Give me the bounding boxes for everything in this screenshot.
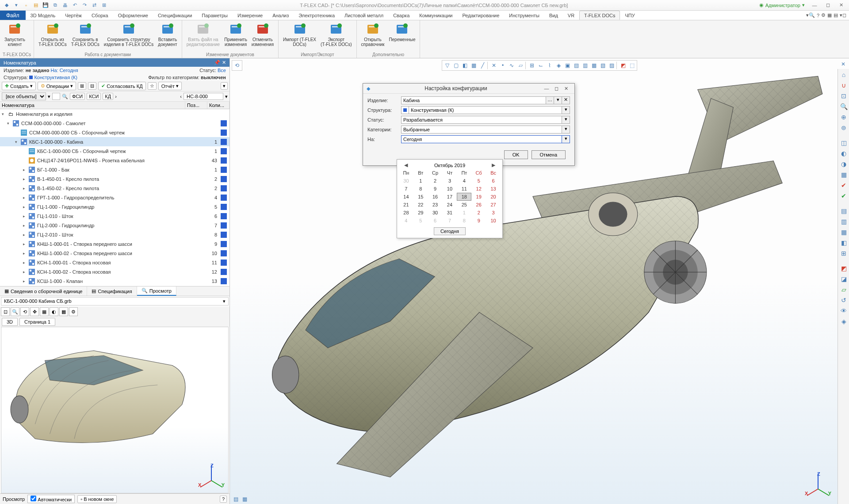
- rt-magnet-icon[interactable]: ∪: [839, 80, 849, 90]
- cal-day[interactable]: 26: [471, 201, 486, 209]
- maximize-button[interactable]: ◻: [822, 1, 834, 9]
- cal-next-button[interactable]: ▶: [489, 162, 498, 168]
- report-button[interactable]: Отчёт ▾: [158, 82, 182, 90]
- cal-day[interactable]: 12: [471, 185, 486, 193]
- dlg-product-more[interactable]: …: [546, 96, 554, 104]
- vt-edge-icon[interactable]: ╱: [478, 61, 486, 69]
- preview-path[interactable]: КБС-1-000-000 Кабина СБ.grb ▾: [1, 297, 229, 305]
- cal-day[interactable]: 7: [443, 217, 457, 225]
- cal-day[interactable]: 30: [399, 177, 413, 185]
- cal-day[interactable]: 6: [486, 177, 501, 185]
- menu-item-15[interactable]: VR: [563, 11, 579, 20]
- menu-item-1[interactable]: Чертёж: [60, 11, 87, 20]
- col-name[interactable]: Номенклатура: [0, 102, 185, 109]
- tree-row[interactable]: ▸ГЦ-2-000 - Гидроцилиндр7: [0, 221, 229, 230]
- preview-tab-page1[interactable]: Страница 1: [19, 318, 55, 326]
- rt-cube-icon[interactable]: ◧: [839, 238, 849, 248]
- tag-fsi[interactable]: ФСИ: [70, 93, 85, 100]
- expand-icon[interactable]: ▸: [23, 279, 28, 283]
- vt-surf-icon[interactable]: ◈: [555, 61, 562, 69]
- expand-icon[interactable]: ▸: [23, 186, 28, 191]
- vt-plane-icon[interactable]: ▱: [516, 61, 524, 69]
- menu-item-12[interactable]: Редактирование: [458, 11, 505, 20]
- struct-value[interactable]: Конструктивная (К): [34, 75, 77, 80]
- vt-close-view-icon[interactable]: ✕: [839, 60, 847, 68]
- tree-row[interactable]: ▸БГ-1-000 - Бак1: [0, 165, 229, 174]
- tree-row[interactable]: ▸ГРТ-1-000 - Гидрораспределитель4: [0, 193, 229, 202]
- on-value[interactable]: Сегодня: [60, 68, 78, 73]
- tag-ksi[interactable]: КСИ: [87, 93, 101, 100]
- panel-close-icon[interactable]: ✕: [222, 60, 226, 65]
- pv-rotate-icon[interactable]: ⟲: [20, 307, 29, 316]
- cal-day[interactable]: 7: [399, 185, 413, 193]
- rt-scene-icon[interactable]: ◈: [839, 317, 849, 326]
- cal-day[interactable]: 8: [457, 217, 471, 225]
- cal-day[interactable]: 16: [428, 193, 443, 201]
- admin-badge[interactable]: ◉ Администратор ▾: [759, 2, 805, 8]
- cal-day[interactable]: 14: [399, 193, 413, 201]
- expand-icon[interactable]: ▾: [7, 121, 12, 126]
- qat-win-icon[interactable]: ⊞: [100, 1, 108, 9]
- menu-item-8[interactable]: Электротехника: [294, 11, 340, 20]
- pv-pan-icon[interactable]: ✥: [30, 307, 39, 316]
- rt-layer1-icon[interactable]: ▤: [839, 206, 849, 216]
- cal-prev-button[interactable]: ◀: [402, 162, 410, 168]
- dlg-on-dd[interactable]: ▾: [562, 135, 570, 143]
- dialog-max-button[interactable]: ◻: [551, 86, 561, 92]
- cal-day[interactable]: 15: [413, 193, 428, 201]
- tree-row[interactable]: ▸ГЦ-1-010 - Шток6: [0, 211, 229, 221]
- expand-icon[interactable]: ▸: [23, 168, 28, 172]
- auto-checkbox[interactable]: Автоматически: [27, 495, 75, 503]
- vt-solid2-icon[interactable]: ▤: [572, 61, 580, 69]
- dlg-product-field[interactable]: [401, 96, 546, 104]
- dialog-cancel-button[interactable]: Отмена: [532, 150, 566, 159]
- dlg-on-field[interactable]: [401, 135, 562, 143]
- qat-new-icon[interactable]: ▾: [12, 1, 20, 9]
- breadcrumb-value[interactable]: НС-8-000: [184, 93, 223, 100]
- cal-day[interactable]: 29: [413, 209, 428, 217]
- expand-icon[interactable]: ▾: [15, 140, 20, 144]
- cal-day[interactable]: 27: [486, 201, 501, 209]
- ribbon-btn[interactable]: Открыть из T-FLEX DOCs: [37, 21, 69, 51]
- crumb-more-icon[interactable]: ▾: [225, 94, 228, 99]
- rt-plane-icon[interactable]: ▱: [839, 285, 849, 294]
- dialog-close-button[interactable]: ✕: [561, 86, 571, 92]
- tree-root[interactable]: ▾🗀 Номенклатура и изделия: [0, 109, 229, 118]
- ribbon-btn[interactable]: Импорт (T-FLEX DOCs): [281, 21, 318, 51]
- panel-icon[interactable]: ▤: [834, 12, 838, 18]
- qat-doc-icon[interactable]: ▫: [22, 1, 30, 9]
- cal-day[interactable]: 1: [457, 209, 471, 217]
- cal-day[interactable]: 23: [428, 201, 443, 209]
- rt-reset-icon[interactable]: ↺: [839, 295, 849, 305]
- on-label[interactable]: На:: [50, 68, 58, 73]
- create-button[interactable]: ✚Создать ▾: [2, 82, 36, 90]
- crumb-prev-icon[interactable]: ‹: [180, 94, 182, 99]
- qat-print-icon[interactable]: 🖶: [61, 1, 69, 9]
- expand-icon[interactable]: ▸: [23, 242, 28, 246]
- dlg-product-dd[interactable]: ▾: [554, 96, 562, 104]
- expand-icon[interactable]: ▸: [23, 177, 28, 181]
- col-pos[interactable]: Поз...: [185, 102, 207, 109]
- approve-button[interactable]: ✔Согласовать КД: [98, 82, 145, 90]
- star-button[interactable]: ☆: [148, 82, 157, 90]
- expand-icon[interactable]: ▸: [23, 270, 28, 274]
- newwin-button[interactable]: ▫ В новом окне: [77, 495, 117, 503]
- qat-saveall-icon[interactable]: ⧉: [51, 1, 59, 9]
- filter-search-input[interactable]: [52, 93, 60, 100]
- tab-preview[interactable]: 🔍 Просмотр: [137, 286, 176, 296]
- tree-row[interactable]: ▸В-1-450-02 - Кресло пилота2: [0, 183, 229, 193]
- cal-day[interactable]: 19: [471, 193, 486, 201]
- tab-spec[interactable]: ▤ Спецификация: [87, 286, 137, 296]
- rt-layer2-icon[interactable]: ▥: [839, 217, 849, 226]
- dlg-status-dd[interactable]: ▾: [562, 116, 570, 124]
- rt-zoom-icon[interactable]: ⊕: [839, 112, 849, 122]
- ribbon-btn[interactable]: Открыть справочник: [359, 21, 386, 51]
- tab-details[interactable]: ▦ Сведения о сборочной единице: [0, 286, 87, 296]
- vt-curve-icon[interactable]: ∿: [508, 61, 516, 69]
- tree-row[interactable]: КБС-1-000-000 СБ - Сборочный чертеж1: [0, 146, 229, 156]
- expand-icon[interactable]: ▸: [23, 205, 28, 209]
- cal-day[interactable]: 2: [428, 177, 443, 185]
- vf-layout2-icon[interactable]: ▦: [241, 495, 249, 503]
- tree-row[interactable]: ▸ГЦ-1-000 - Гидроцилиндр5: [0, 202, 229, 211]
- dialog-min-button[interactable]: —: [542, 86, 551, 91]
